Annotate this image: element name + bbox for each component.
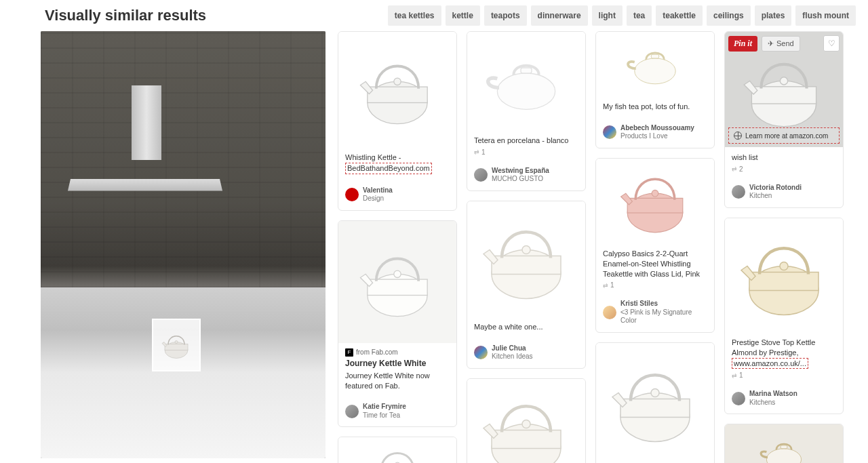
send-icon: ✈ <box>768 39 774 48</box>
tag-teapots[interactable]: teapots <box>484 5 527 26</box>
tag-light[interactable]: light <box>592 5 623 26</box>
pin-description: Journey Kettle White now featured on Fab… <box>345 371 450 391</box>
pin-title: Tetera en porcelana - blanco <box>474 136 578 146</box>
pin-source-title: Journey Kettle White <box>345 359 450 368</box>
pin-board: MUCHO GUSTO <box>492 175 549 184</box>
avatar <box>732 392 745 405</box>
pin-board: Kitchen <box>749 192 802 201</box>
kettle-icon <box>736 45 831 134</box>
pin-user: Kristi Stiles <box>620 300 707 308</box>
pin-card-hovered[interactable]: Pin it ✈Send ♡ Learn more at amazon.com … <box>724 31 844 208</box>
tag-flush-mount[interactable]: flush mount <box>795 5 856 26</box>
repin-icon: ⇄ <box>603 282 608 289</box>
pin-repin-count: 1 <box>481 148 486 156</box>
pin-attribution[interactable]: Victoria RotondiKitchen <box>725 180 843 207</box>
tag-kettle[interactable]: kettle <box>446 5 480 26</box>
kettle-icon <box>614 163 696 238</box>
pin-card[interactable]: Prestige Stove Top Kettle Almond by Pres… <box>724 218 844 415</box>
pin-user: Victoria Rotondi <box>749 184 802 193</box>
pin-card[interactable]: Essteele Essteele Stovetop Whistling Ket… <box>595 342 715 463</box>
pin-board: Products I Love <box>620 132 694 141</box>
pin-card[interactable]: Maybe a white one... Julie ChuaKitchen I… <box>467 201 586 369</box>
tag-ceilings[interactable]: ceilings <box>707 5 751 26</box>
pin-card[interactable] <box>724 424 844 463</box>
visual-search-crop[interactable] <box>152 319 201 371</box>
pin-card[interactable]: Calypso Basics 2-2-Quart Enamel-on-Steel… <box>595 158 715 333</box>
avatar <box>345 188 359 201</box>
tag-tea-kettles[interactable]: tea kettles <box>388 5 441 26</box>
heart-icon: ♡ <box>828 39 835 48</box>
avatar <box>603 125 616 139</box>
pin-title: Prestige Stove Top Kettle Almond by Pres… <box>732 338 815 357</box>
kettle-icon <box>159 328 193 362</box>
learn-more-link[interactable]: Learn more at amazon.com <box>728 127 840 144</box>
teapot-icon <box>757 427 811 463</box>
results-col-4: Pin it ✈Send ♡ Learn more at amazon.com … <box>724 31 844 463</box>
pin-board: <3 Pink is My Signature Color <box>620 308 707 325</box>
kettle-icon <box>353 241 441 323</box>
avatar <box>474 346 488 359</box>
pin-card[interactable] <box>338 437 457 463</box>
teapot-icon <box>618 35 692 93</box>
pin-board: Kitchen Ideas <box>492 353 533 361</box>
pin-title: Calypso Basics 2-2-Quart Enamel-on-Steel… <box>603 249 707 279</box>
pin-title: Whistling Kettle - <box>345 153 401 161</box>
avatar <box>603 306 616 319</box>
pin-source-link[interactable]: www.amazon.co.uk/... <box>732 358 808 369</box>
pin-user: Abebech Moussouamy <box>620 124 694 133</box>
globe-icon <box>734 132 742 140</box>
pin-user: Marina Watson <box>749 390 797 399</box>
results-col-1: Whistling Kettle - BedBathandBeyond.com … <box>338 31 457 463</box>
kettle-icon <box>604 355 706 449</box>
pin-attribution[interactable]: ValentinaDesign <box>338 182 456 210</box>
pin-board: Design <box>363 195 393 203</box>
pin-user: Julie Chua <box>492 344 533 353</box>
pin-user: Valentina <box>363 186 393 195</box>
repin-icon: ⇄ <box>732 165 737 172</box>
avatar <box>474 168 488 182</box>
like-button[interactable]: ♡ <box>823 35 840 52</box>
pin-attribution[interactable]: Abebech MoussouamyProducts I Love <box>596 120 714 148</box>
pin-source-prefix: from Fab.com <box>356 348 398 356</box>
kettle-icon <box>353 49 441 130</box>
pin-card[interactable]: Ffrom Fab.com Journey Kettle White Journ… <box>338 220 457 428</box>
tag-plates[interactable]: plates <box>755 5 792 26</box>
pin-card[interactable]: Tetera en porcelana - blanco ⇄1 Westwing… <box>467 31 586 191</box>
source-image[interactable] <box>41 31 326 458</box>
range-hood <box>71 85 220 194</box>
avatar <box>345 405 359 418</box>
pin-attribution[interactable]: Westwing EspañaMUCHO GUSTO <box>467 163 585 190</box>
kettle-icon <box>475 212 577 306</box>
pin-attribution[interactable]: Katie FrymireTime for Tea <box>338 399 456 426</box>
tag-teakettle[interactable]: teakettle <box>656 5 703 26</box>
kettle-icon <box>363 437 431 463</box>
pin-user: Westwing España <box>492 167 549 176</box>
pin-card[interactable] <box>467 378 586 463</box>
pin-title: Maybe a white one... <box>474 322 578 332</box>
pin-source-link[interactable]: BedBathandBeyond.com <box>345 163 432 174</box>
teapot-icon <box>475 41 577 122</box>
results-col-2: Tetera en porcelana - blanco ⇄1 Westwing… <box>467 31 586 463</box>
tag-tea[interactable]: tea <box>627 5 652 26</box>
pin-repin-count: 1 <box>739 371 743 379</box>
tag-dinnerware[interactable]: dinnerware <box>531 5 588 26</box>
pin-attribution[interactable]: Kristi Stiles<3 Pink is My Signature Col… <box>596 296 714 332</box>
pin-attribution[interactable]: Marina WatsonKitchens <box>725 386 843 414</box>
results-col-3: My fish tea pot, lots of fun. Abebech Mo… <box>595 31 715 463</box>
pin-card[interactable]: My fish tea pot, lots of fun. Abebech Mo… <box>595 31 715 148</box>
send-button[interactable]: ✈Send <box>762 36 800 52</box>
pin-user: Katie Frymire <box>363 403 406 411</box>
pin-it-button[interactable]: Pin it <box>728 36 757 52</box>
avatar <box>732 185 745 199</box>
pin-hover-actions: Pin it ✈Send ♡ <box>728 35 840 52</box>
pin-repin-count: 2 <box>739 165 743 173</box>
pin-attribution[interactable]: Julie ChuaKitchen Ideas <box>467 340 585 368</box>
kettle-icon <box>475 386 577 463</box>
related-tags: tea kettles kettle teapots dinnerware li… <box>388 5 856 26</box>
page-title: Visually similar results <box>12 7 206 24</box>
results-grid: Whistling Kettle - BedBathandBeyond.com … <box>338 31 856 463</box>
pin-repin-count: 1 <box>610 281 614 289</box>
repin-icon: ⇄ <box>474 148 479 155</box>
pin-card[interactable]: Whistling Kettle - BedBathandBeyond.com … <box>338 31 457 211</box>
pin-title: My fish tea pot, lots of fun. <box>603 102 707 112</box>
